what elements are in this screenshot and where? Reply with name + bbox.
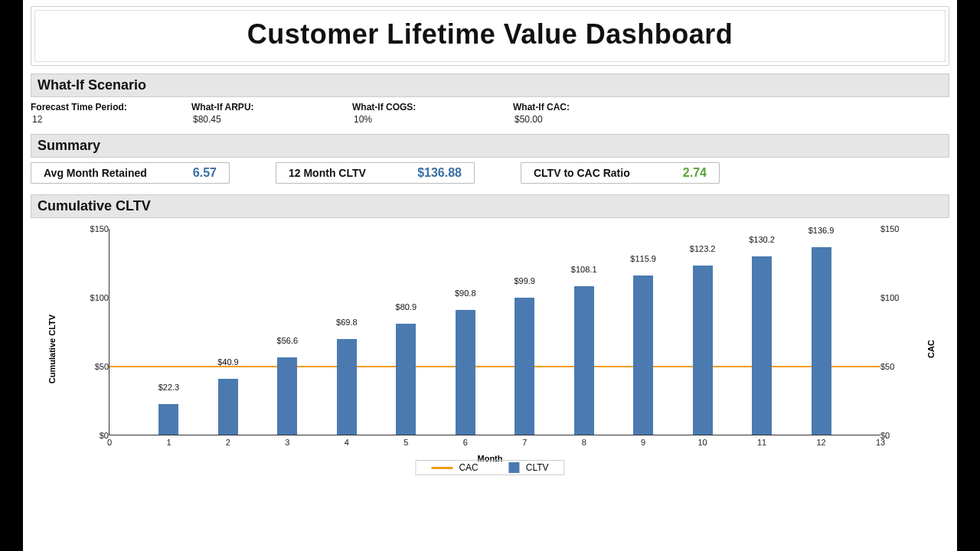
- cltv-swatch-box: [509, 462, 520, 473]
- cltv-bar-label: $136.9: [808, 226, 835, 236]
- legend-cac: CAC: [431, 462, 478, 473]
- x-tick: 5: [403, 438, 408, 447]
- cltv-bar: [812, 247, 831, 435]
- x-tick: 7: [522, 438, 527, 447]
- x-tick: 8: [582, 438, 586, 447]
- x-tick: 2: [226, 438, 230, 447]
- retained-label: Avg Month Retained: [44, 167, 147, 179]
- cltv-bar: [218, 379, 238, 435]
- cltv-bar-label: $108.1: [571, 265, 597, 276]
- scenario-row: Forecast Time Period: 12 What-If ARPU: $…: [31, 97, 949, 128]
- cltv-bar: [574, 286, 594, 435]
- chart-header: Cumulative CLTV: [31, 194, 949, 218]
- cltv-bar-label: $22.3: [158, 383, 180, 393]
- cltv-bar-label: $40.9: [217, 357, 239, 368]
- cltv-bar-label: $99.9: [514, 276, 535, 287]
- forecast-value: 12: [31, 114, 191, 125]
- y-tick-right: $150: [880, 224, 899, 233]
- cac-label: What-If CAC:: [513, 102, 674, 112]
- cac-value: $50.00: [513, 114, 674, 125]
- x-tick: 0: [107, 438, 112, 447]
- scenario-cac: What-If CAC: $50.00: [513, 102, 674, 125]
- cltv-bar-label: $115.9: [630, 254, 656, 265]
- cltv-bar: [396, 324, 416, 435]
- scenario-header: What-If Scenario: [31, 73, 949, 97]
- arpu-value: $80.45: [191, 114, 352, 125]
- x-tick: 12: [816, 438, 825, 447]
- page-title: Customer Lifetime Value Dashboard: [35, 18, 945, 51]
- x-tick: 11: [757, 438, 766, 447]
- ratio-label: CLTV to CAC Ratio: [534, 167, 630, 179]
- cac-swatch-line: [431, 467, 452, 469]
- x-tick: 10: [697, 438, 707, 447]
- title-inner: Customer Lifetime Value Dashboard: [34, 10, 946, 62]
- scenario-cogs: What-If COGS: 10%: [352, 102, 513, 125]
- legend-cltv-label: CLTV: [526, 462, 549, 473]
- legend-cac-label: CAC: [459, 462, 478, 473]
- scenario-forecast: Forecast Time Period: 12: [31, 102, 191, 125]
- y-axis-left: $0$50$100$150: [87, 229, 109, 435]
- y-tick-left: $50: [95, 362, 109, 371]
- cogs-value: 10%: [352, 114, 513, 125]
- cltv-bar-label: $130.2: [749, 235, 775, 246]
- cltv-bar: [633, 276, 653, 435]
- cltv-bar: [456, 310, 475, 435]
- cltv-bar-label: $80.9: [396, 302, 417, 313]
- y-tick-right: $100: [880, 293, 899, 302]
- summary-row: Avg Month Retained 6.57 12 Month CLTV $1…: [31, 158, 949, 188]
- cogs-label: What-If COGS:: [352, 102, 513, 112]
- cltv-bar: [158, 404, 178, 435]
- summary-retained: Avg Month Retained 6.57: [31, 162, 230, 184]
- y-axis-left-title: Cumulative CLTV: [47, 315, 57, 383]
- x-tick: 4: [345, 438, 349, 447]
- y-tick-left: $100: [90, 293, 109, 302]
- x-tick: 6: [463, 438, 468, 447]
- y-axis-right: $0$50$100$150: [880, 229, 908, 435]
- y-tick-left: $150: [90, 224, 109, 233]
- cltv-bar: [752, 256, 772, 435]
- forecast-label: Forecast Time Period:: [31, 102, 191, 112]
- cltv-bar: [514, 298, 534, 435]
- cltv-bar-label: $69.8: [336, 318, 358, 328]
- cltv-bar: [337, 339, 357, 435]
- legend-cltv: CLTV: [509, 462, 549, 473]
- cltv-label: 12 Month CLTV: [289, 167, 366, 179]
- x-tick: 9: [641, 438, 645, 447]
- cltv-bar-label: $56.6: [277, 336, 299, 347]
- cltv-bar: [277, 357, 297, 435]
- arpu-label: What-If ARPU:: [191, 102, 352, 112]
- cumulative-cltv-chart: Cumulative CLTV CAC Month $0$50$100$150 …: [46, 223, 934, 475]
- y-axis-right-title: CAC: [926, 340, 936, 358]
- x-tick: 13: [876, 438, 885, 447]
- ratio-value: 2.74: [683, 166, 707, 180]
- summary-ratio: CLTV to CAC Ratio 2.74: [521, 162, 720, 184]
- chart-plot-area: 012345678910111213$22.3$40.9$56.6$69.8$8…: [109, 229, 880, 435]
- cltv-bar-label: $90.8: [455, 289, 476, 299]
- x-tick: 1: [166, 438, 171, 447]
- chart-legend: CAC CLTV: [415, 460, 564, 475]
- x-tick: 3: [285, 438, 289, 447]
- cltv-bar-label: $123.2: [690, 244, 716, 255]
- title-container: Customer Lifetime Value Dashboard: [31, 6, 949, 66]
- y-tick-right: $50: [880, 362, 894, 371]
- scenario-arpu: What-If ARPU: $80.45: [191, 102, 352, 125]
- dashboard-page: Customer Lifetime Value Dashboard What-I…: [23, 0, 957, 551]
- summary-cltv: 12 Month CLTV $136.88: [276, 162, 475, 184]
- cltv-bar: [693, 266, 713, 435]
- summary-header: Summary: [31, 134, 949, 158]
- retained-value: 6.57: [193, 166, 217, 180]
- cltv-value: $136.88: [417, 166, 462, 180]
